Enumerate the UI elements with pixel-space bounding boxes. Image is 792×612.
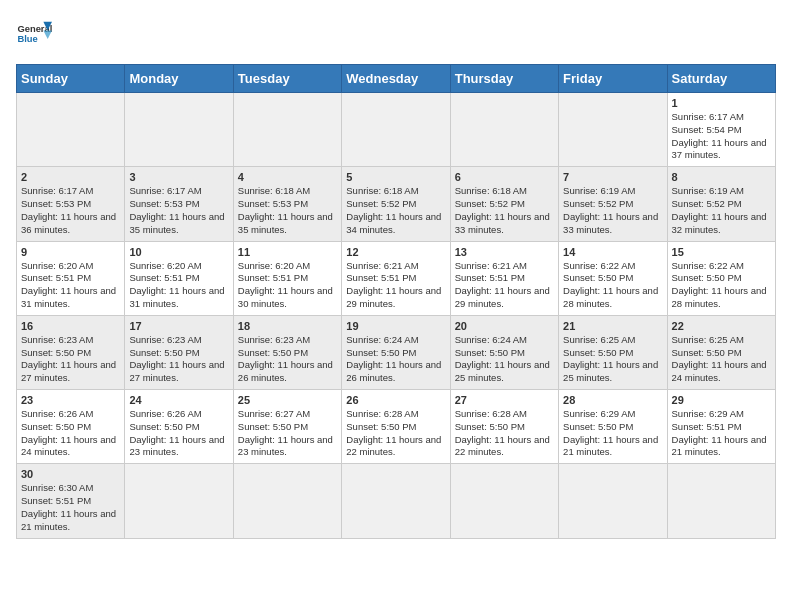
svg-text:Blue: Blue [17, 34, 37, 44]
day-number: 23 [21, 394, 120, 406]
weekday-header: Monday [125, 65, 233, 93]
calendar-cell: 5Sunrise: 6:18 AM Sunset: 5:52 PM Daylig… [342, 167, 450, 241]
day-number: 29 [672, 394, 771, 406]
day-number: 8 [672, 171, 771, 183]
calendar-cell [450, 93, 558, 167]
calendar-week-row: 1Sunrise: 6:17 AM Sunset: 5:54 PM Daylig… [17, 93, 776, 167]
calendar-cell: 7Sunrise: 6:19 AM Sunset: 5:52 PM Daylig… [559, 167, 667, 241]
day-number: 19 [346, 320, 445, 332]
calendar-cell: 22Sunrise: 6:25 AM Sunset: 5:50 PM Dayli… [667, 315, 775, 389]
calendar-cell: 27Sunrise: 6:28 AM Sunset: 5:50 PM Dayli… [450, 390, 558, 464]
calendar-cell [559, 93, 667, 167]
logo-icon: General Blue [16, 16, 52, 52]
day-info: Sunrise: 6:17 AM Sunset: 5:53 PM Dayligh… [129, 185, 228, 236]
day-number: 9 [21, 246, 120, 258]
calendar-cell: 23Sunrise: 6:26 AM Sunset: 5:50 PM Dayli… [17, 390, 125, 464]
day-info: Sunrise: 6:19 AM Sunset: 5:52 PM Dayligh… [672, 185, 771, 236]
day-number: 2 [21, 171, 120, 183]
day-info: Sunrise: 6:26 AM Sunset: 5:50 PM Dayligh… [129, 408, 228, 459]
day-number: 25 [238, 394, 337, 406]
calendar-cell: 26Sunrise: 6:28 AM Sunset: 5:50 PM Dayli… [342, 390, 450, 464]
calendar-cell: 3Sunrise: 6:17 AM Sunset: 5:53 PM Daylig… [125, 167, 233, 241]
day-info: Sunrise: 6:21 AM Sunset: 5:51 PM Dayligh… [346, 260, 445, 311]
day-info: Sunrise: 6:28 AM Sunset: 5:50 PM Dayligh… [455, 408, 554, 459]
day-number: 21 [563, 320, 662, 332]
day-number: 10 [129, 246, 228, 258]
calendar-cell [233, 464, 341, 538]
calendar-cell: 30Sunrise: 6:30 AM Sunset: 5:51 PM Dayli… [17, 464, 125, 538]
calendar-cell [342, 93, 450, 167]
calendar-cell: 1Sunrise: 6:17 AM Sunset: 5:54 PM Daylig… [667, 93, 775, 167]
day-number: 6 [455, 171, 554, 183]
day-number: 12 [346, 246, 445, 258]
calendar-cell [125, 93, 233, 167]
calendar-cell: 16Sunrise: 6:23 AM Sunset: 5:50 PM Dayli… [17, 315, 125, 389]
calendar-cell: 11Sunrise: 6:20 AM Sunset: 5:51 PM Dayli… [233, 241, 341, 315]
day-info: Sunrise: 6:17 AM Sunset: 5:53 PM Dayligh… [21, 185, 120, 236]
calendar-cell: 13Sunrise: 6:21 AM Sunset: 5:51 PM Dayli… [450, 241, 558, 315]
calendar-cell: 24Sunrise: 6:26 AM Sunset: 5:50 PM Dayli… [125, 390, 233, 464]
weekday-header: Tuesday [233, 65, 341, 93]
day-number: 13 [455, 246, 554, 258]
calendar-week-row: 16Sunrise: 6:23 AM Sunset: 5:50 PM Dayli… [17, 315, 776, 389]
calendar-cell [342, 464, 450, 538]
calendar-cell: 17Sunrise: 6:23 AM Sunset: 5:50 PM Dayli… [125, 315, 233, 389]
weekday-header: Sunday [17, 65, 125, 93]
day-info: Sunrise: 6:28 AM Sunset: 5:50 PM Dayligh… [346, 408, 445, 459]
day-info: Sunrise: 6:29 AM Sunset: 5:50 PM Dayligh… [563, 408, 662, 459]
calendar-cell: 9Sunrise: 6:20 AM Sunset: 5:51 PM Daylig… [17, 241, 125, 315]
calendar-week-row: 9Sunrise: 6:20 AM Sunset: 5:51 PM Daylig… [17, 241, 776, 315]
day-info: Sunrise: 6:20 AM Sunset: 5:51 PM Dayligh… [21, 260, 120, 311]
calendar-cell: 12Sunrise: 6:21 AM Sunset: 5:51 PM Dayli… [342, 241, 450, 315]
day-info: Sunrise: 6:29 AM Sunset: 5:51 PM Dayligh… [672, 408, 771, 459]
calendar-cell [559, 464, 667, 538]
day-number: 17 [129, 320, 228, 332]
day-info: Sunrise: 6:17 AM Sunset: 5:54 PM Dayligh… [672, 111, 771, 162]
day-number: 11 [238, 246, 337, 258]
logo: General Blue [16, 16, 56, 52]
calendar-cell: 21Sunrise: 6:25 AM Sunset: 5:50 PM Dayli… [559, 315, 667, 389]
day-number: 1 [672, 97, 771, 109]
day-info: Sunrise: 6:22 AM Sunset: 5:50 PM Dayligh… [563, 260, 662, 311]
day-info: Sunrise: 6:24 AM Sunset: 5:50 PM Dayligh… [346, 334, 445, 385]
day-number: 30 [21, 468, 120, 480]
day-info: Sunrise: 6:27 AM Sunset: 5:50 PM Dayligh… [238, 408, 337, 459]
calendar-cell: 4Sunrise: 6:18 AM Sunset: 5:53 PM Daylig… [233, 167, 341, 241]
day-number: 7 [563, 171, 662, 183]
day-number: 26 [346, 394, 445, 406]
svg-marker-3 [43, 30, 52, 39]
day-info: Sunrise: 6:26 AM Sunset: 5:50 PM Dayligh… [21, 408, 120, 459]
calendar-cell: 6Sunrise: 6:18 AM Sunset: 5:52 PM Daylig… [450, 167, 558, 241]
weekday-header: Friday [559, 65, 667, 93]
day-info: Sunrise: 6:25 AM Sunset: 5:50 PM Dayligh… [563, 334, 662, 385]
calendar-cell: 29Sunrise: 6:29 AM Sunset: 5:51 PM Dayli… [667, 390, 775, 464]
day-number: 22 [672, 320, 771, 332]
page-header: General Blue [16, 16, 776, 52]
day-number: 28 [563, 394, 662, 406]
day-info: Sunrise: 6:19 AM Sunset: 5:52 PM Dayligh… [563, 185, 662, 236]
calendar-cell: 19Sunrise: 6:24 AM Sunset: 5:50 PM Dayli… [342, 315, 450, 389]
day-number: 27 [455, 394, 554, 406]
day-number: 5 [346, 171, 445, 183]
day-info: Sunrise: 6:24 AM Sunset: 5:50 PM Dayligh… [455, 334, 554, 385]
day-number: 3 [129, 171, 228, 183]
calendar-week-row: 2Sunrise: 6:17 AM Sunset: 5:53 PM Daylig… [17, 167, 776, 241]
calendar-cell [233, 93, 341, 167]
day-info: Sunrise: 6:23 AM Sunset: 5:50 PM Dayligh… [21, 334, 120, 385]
calendar-cell [17, 93, 125, 167]
day-number: 20 [455, 320, 554, 332]
calendar-cell [450, 464, 558, 538]
calendar-cell: 14Sunrise: 6:22 AM Sunset: 5:50 PM Dayli… [559, 241, 667, 315]
weekday-header: Thursday [450, 65, 558, 93]
day-info: Sunrise: 6:23 AM Sunset: 5:50 PM Dayligh… [238, 334, 337, 385]
day-info: Sunrise: 6:20 AM Sunset: 5:51 PM Dayligh… [238, 260, 337, 311]
calendar-cell: 28Sunrise: 6:29 AM Sunset: 5:50 PM Dayli… [559, 390, 667, 464]
weekday-header-row: SundayMondayTuesdayWednesdayThursdayFrid… [17, 65, 776, 93]
calendar-cell: 10Sunrise: 6:20 AM Sunset: 5:51 PM Dayli… [125, 241, 233, 315]
calendar-table: SundayMondayTuesdayWednesdayThursdayFrid… [16, 64, 776, 539]
day-info: Sunrise: 6:18 AM Sunset: 5:52 PM Dayligh… [346, 185, 445, 236]
day-info: Sunrise: 6:25 AM Sunset: 5:50 PM Dayligh… [672, 334, 771, 385]
day-number: 4 [238, 171, 337, 183]
day-info: Sunrise: 6:30 AM Sunset: 5:51 PM Dayligh… [21, 482, 120, 533]
calendar-cell [125, 464, 233, 538]
